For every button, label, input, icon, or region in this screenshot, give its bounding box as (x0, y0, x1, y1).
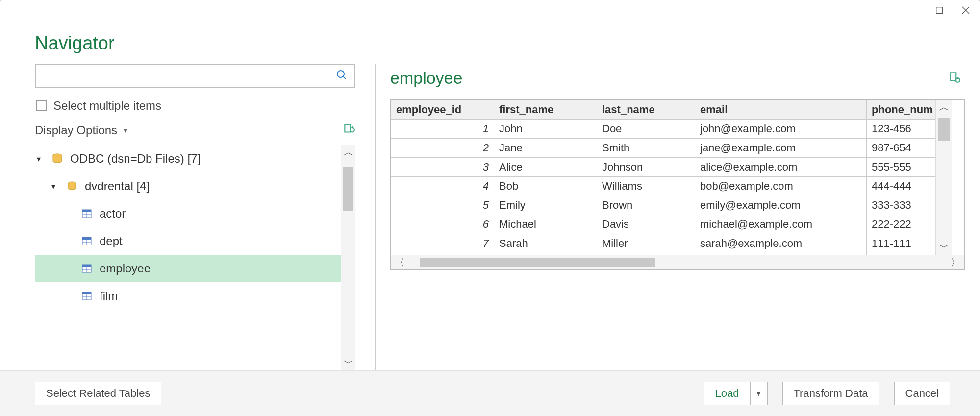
column-header[interactable]: first_name (494, 100, 597, 120)
table-icon (81, 263, 94, 274)
table-row[interactable]: 4BobWilliamsbob@example.com444-444 (391, 177, 935, 196)
transform-data-button[interactable]: Transform Data (782, 382, 879, 405)
cell-email: sarah@example.com (695, 234, 867, 253)
scroll-down-icon[interactable]: ﹀ (341, 356, 355, 370)
select-multiple-checkbox[interactable] (36, 100, 47, 111)
sidebar: Select multiple items Display Options ▼ … (35, 64, 375, 370)
cell-phone: 987-654 (867, 139, 935, 158)
scroll-thumb[interactable] (420, 258, 655, 267)
tree-node-table[interactable]: ▾dept (35, 227, 341, 255)
cell-email: michael@example.com (695, 215, 867, 234)
scroll-down-icon[interactable]: ﹀ (936, 240, 952, 255)
cell-employee-id: 3 (391, 158, 494, 177)
cell-phone: 123-456 (867, 120, 935, 139)
cell-phone: 444-444 (867, 177, 935, 196)
cell-email: john@example.com (695, 120, 867, 139)
cell-employee-id: 2 (391, 139, 494, 158)
search-input[interactable] (43, 65, 336, 87)
caret-down-icon: ▾ (51, 182, 60, 191)
display-options-dropdown[interactable]: Display Options ▼ (35, 123, 129, 137)
maximize-button[interactable] (934, 5, 944, 15)
cell-email: alice@example.com (695, 158, 867, 177)
tree-node-table[interactable]: ▾actor (35, 200, 341, 227)
tree-node-label: film (100, 289, 118, 303)
close-button[interactable] (961, 5, 971, 15)
tree-node-schema[interactable]: ▾ dvdrental [4] (35, 172, 341, 200)
refresh-tree-button[interactable] (343, 122, 355, 138)
schema-icon (66, 180, 79, 192)
table-row[interactable]: 7SarahMillersarah@example.com111-111 (391, 234, 935, 253)
table-row[interactable]: 3AliceJohnsonalice@example.com555-555 (391, 158, 935, 177)
tree-node-datasource[interactable]: ▾ ODBC (dsn=Db Files) [7] (35, 145, 341, 172)
table-row[interactable]: 1JohnDoejohn@example.com123-456 (391, 120, 935, 139)
table-row[interactable]: 5EmilyBrownemily@example.com333-333 (391, 196, 935, 215)
tree-scrollbar[interactable]: ︿ ﹀ (341, 145, 355, 370)
refresh-preview-button[interactable] (948, 71, 961, 86)
scroll-thumb[interactable] (938, 118, 950, 141)
cell-phone: 333-333 (867, 196, 935, 215)
table-icon (81, 235, 94, 247)
chevron-down-icon: ▼ (122, 126, 129, 134)
tree-node-label: dvdrental [4] (85, 179, 150, 193)
cell-last-name: Williams (597, 177, 695, 196)
table-vscrollbar[interactable]: ︿ ﹀ (935, 100, 952, 255)
scroll-up-icon[interactable]: ︿ (341, 145, 355, 160)
cell-last-name: Davis (597, 215, 695, 234)
cell-first-name: Sarah (494, 234, 597, 253)
cell-last-name: Doe (597, 120, 695, 139)
column-header[interactable]: phone_num (867, 100, 935, 120)
search-icon (336, 69, 348, 83)
display-options-label: Display Options (35, 123, 117, 137)
select-related-tables-button[interactable]: Select Related Tables (35, 382, 161, 405)
cell-email: jane@example.com (695, 139, 867, 158)
preview-pane: employee employee_idfirst_namelast_namee… (390, 64, 980, 370)
tree-node-label: dept (100, 234, 123, 248)
pane-divider (375, 64, 376, 370)
titlebar (0, 0, 980, 20)
caret-down-icon: ▾ (37, 154, 46, 164)
table-hscrollbar[interactable]: 〈 〉 (391, 255, 964, 269)
table-row[interactable]: 2JaneSmithjane@example.com987-654 (391, 139, 935, 158)
load-button[interactable]: Load (704, 382, 750, 405)
svg-point-3 (337, 71, 344, 77)
cell-employee-id: 7 (391, 234, 494, 253)
database-icon (51, 153, 64, 165)
cell-employee-id: 6 (391, 215, 494, 234)
cancel-button[interactable]: Cancel (894, 382, 950, 405)
table-icon (81, 290, 94, 302)
scroll-up-icon[interactable]: ︿ (936, 100, 952, 115)
scroll-right-icon[interactable]: 〉 (947, 255, 964, 269)
table-icon (81, 208, 94, 220)
cell-last-name: Smith (597, 139, 695, 158)
cell-email: bob@example.com (695, 177, 867, 196)
tree-node-table[interactable]: ▾employee (35, 255, 341, 282)
column-header[interactable]: last_name (597, 100, 695, 120)
tree-node-table[interactable]: ▾film (35, 282, 341, 310)
cell-last-name: Brown (597, 196, 695, 215)
cell-first-name: Bob (494, 177, 597, 196)
table-row[interactable]: 6MichaelDavismichael@example.com222-222 (391, 215, 935, 234)
load-dropdown-caret[interactable]: ▼ (750, 382, 768, 405)
cell-first-name: Michael (494, 215, 597, 234)
tree-node-label: employee (100, 262, 151, 275)
svg-line-4 (343, 76, 346, 79)
select-multiple-row[interactable]: Select multiple items (35, 95, 355, 122)
search-box[interactable] (35, 64, 355, 88)
select-multiple-label: Select multiple items (53, 99, 161, 113)
dialog-title: Navigator (0, 20, 980, 64)
tree-node-label: actor (100, 207, 126, 220)
navigator-dialog: Navigator Select multiple items Display … (0, 0, 980, 416)
column-header[interactable]: employee_id (391, 100, 494, 120)
cell-first-name: Jane (494, 139, 597, 158)
scroll-left-icon[interactable]: 〈 (391, 255, 408, 269)
content: Navigator Select multiple items Display … (0, 20, 980, 370)
scroll-thumb[interactable] (343, 167, 353, 211)
cell-last-name: Miller (597, 234, 695, 253)
cell-email: emily@example.com (695, 196, 867, 215)
preview-table-container: employee_idfirst_namelast_nameemailphone… (390, 99, 965, 270)
cell-last-name: Johnson (597, 158, 695, 177)
column-header[interactable]: email (695, 100, 867, 120)
cell-employee-id: 5 (391, 196, 494, 215)
cell-phone: 111-111 (867, 234, 935, 253)
cell-phone: 555-555 (867, 158, 935, 177)
